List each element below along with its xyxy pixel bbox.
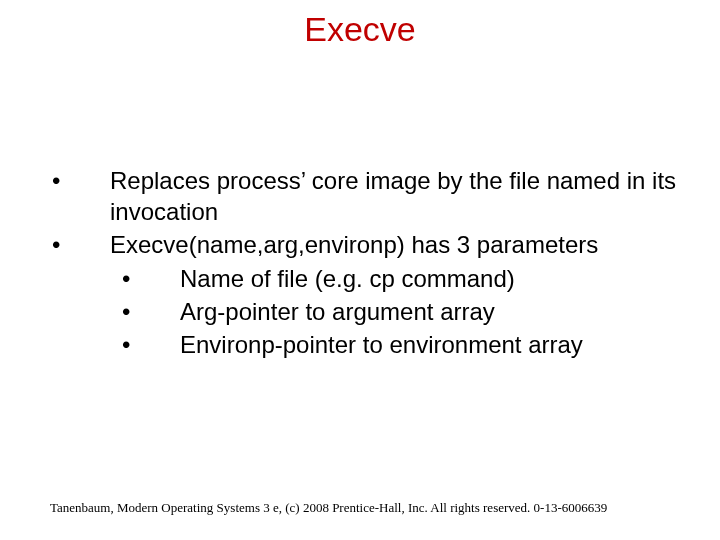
bullet-icon: • bbox=[52, 229, 110, 260]
list-item: • Execve(name,arg,environp) has 3 parame… bbox=[52, 229, 700, 260]
bullet-icon: • bbox=[122, 329, 180, 360]
slide-body: • Replaces process’ core image by the fi… bbox=[52, 165, 700, 362]
list-item: • Name of file (e.g. cp command) bbox=[122, 263, 700, 294]
bullet-icon: • bbox=[52, 165, 110, 227]
bullet-text: Arg-pointer to argument array bbox=[180, 296, 700, 327]
slide: Execve • Replaces process’ core image by… bbox=[0, 0, 720, 540]
list-item: • Environp-pointer to environment array bbox=[122, 329, 700, 360]
slide-title: Execve bbox=[0, 10, 720, 49]
bullet-text: Replaces process’ core image by the file… bbox=[110, 165, 700, 227]
bullet-icon: • bbox=[122, 296, 180, 327]
bullet-icon: • bbox=[122, 263, 180, 294]
bullet-text: Environp-pointer to environment array bbox=[180, 329, 700, 360]
slide-footer: Tanenbaum, Modern Operating Systems 3 e,… bbox=[50, 500, 680, 516]
bullet-text: Execve(name,arg,environp) has 3 paramete… bbox=[110, 229, 700, 260]
list-item: • Replaces process’ core image by the fi… bbox=[52, 165, 700, 227]
list-item: • Arg-pointer to argument array bbox=[122, 296, 700, 327]
bullet-text: Name of file (e.g. cp command) bbox=[180, 263, 700, 294]
